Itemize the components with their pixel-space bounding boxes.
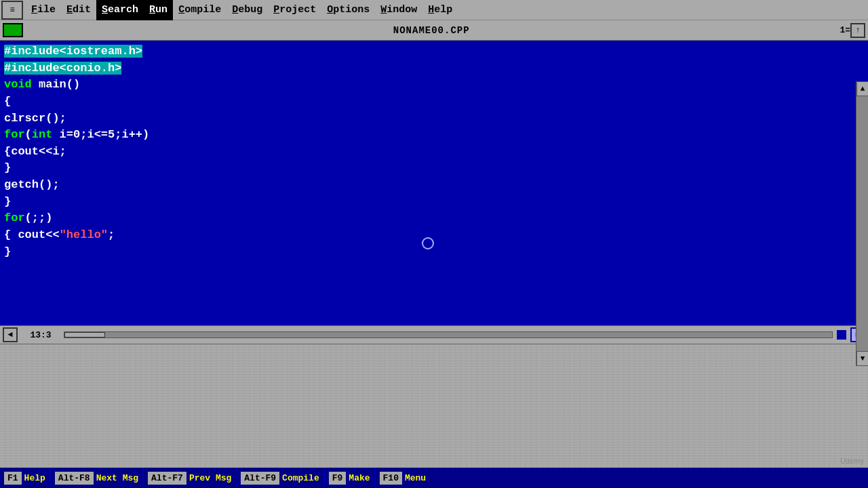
editor-titlebar: ■ NONAME00.CPP 1= ↑: [0, 20, 868, 41]
menu-search[interactable]: Search: [96, 0, 144, 20]
vscroll-down-button[interactable]: ▼: [856, 351, 868, 366]
key-f10: F10: [380, 472, 402, 485]
menu-compile[interactable]: Compile: [173, 0, 226, 20]
hamburger-icon[interactable]: ≡: [1, 1, 23, 20]
hscroll-thumb[interactable]: [64, 332, 105, 338]
menu-debug[interactable]: Debug: [226, 0, 268, 20]
status-bar: F1 Help Alt-F8 Next Msg Alt-F7 Prev Msg …: [0, 468, 868, 488]
code-line-7: {cout<<i;: [4, 144, 864, 161]
output-panel: [0, 344, 868, 474]
label-prev-msg: Prev Msg: [189, 473, 231, 483]
key-alt-f8: Alt-F8: [55, 472, 94, 485]
code-line-13: }: [4, 244, 864, 261]
code-line-2: #include<conio.h>: [4, 60, 864, 77]
editor-icon: ■: [3, 23, 23, 37]
cursor-position: 13:3: [20, 330, 61, 340]
code-line-6: for(int i=0;i<=5;i++): [4, 127, 864, 144]
code-line-5: clrscr();: [4, 110, 864, 127]
code-line-10: }: [4, 194, 864, 211]
line-col-label: 1=: [840, 25, 850, 35]
scroll-up-button[interactable]: ↑: [850, 23, 865, 38]
code-line-3: void main(): [4, 77, 864, 94]
key-f1: F1: [4, 472, 22, 485]
hscroll-track[interactable]: [64, 331, 833, 338]
menu-run[interactable]: Run: [144, 0, 173, 20]
hscroll-left-button[interactable]: ◄: [3, 327, 18, 342]
cursor-indicator: [422, 237, 434, 249]
menu-project[interactable]: Project: [268, 0, 321, 20]
label-help: Help: [24, 473, 45, 483]
label-next-msg: Next Msg: [96, 473, 138, 483]
watermark: Udemy: [840, 457, 864, 465]
menu-help[interactable]: Help: [422, 0, 458, 20]
status-alt-f8[interactable]: Alt-F8 Next Msg: [51, 468, 142, 488]
code-line-9: getch();: [4, 177, 864, 194]
key-alt-f9: Alt-F9: [241, 472, 279, 485]
key-f9: F9: [329, 472, 347, 485]
menu-window[interactable]: Window: [375, 0, 422, 20]
vertical-scrollbar: ▲ ▼: [856, 81, 868, 366]
horizontal-scrollbar: ◄ 13:3 ►: [0, 325, 868, 344]
code-line-1: #include<iostream.h>: [4, 43, 864, 60]
code-editor[interactable]: #include<iostream.h> #include<conio.h> v…: [0, 41, 868, 325]
key-alt-f7: Alt-F7: [148, 472, 186, 485]
code-line-8: }: [4, 160, 864, 177]
status-alt-f9[interactable]: Alt-F9 Compile: [237, 468, 323, 488]
code-line-11: for(;;): [4, 210, 864, 227]
label-make: Make: [349, 473, 370, 483]
code-line-12: { cout<<"hello";: [4, 227, 864, 244]
label-compile: Compile: [282, 473, 319, 483]
label-menu: Menu: [405, 473, 426, 483]
status-f9[interactable]: F9 Make: [325, 468, 374, 488]
menu-bar: ≡ File Edit Search Run Compile Debug Pro…: [0, 0, 868, 20]
editor-filename: NONAME00.CPP: [23, 25, 840, 36]
vscroll-track[interactable]: [856, 96, 868, 351]
hscroll-block: [835, 329, 848, 341]
menu-options[interactable]: Options: [321, 0, 375, 20]
vscroll-up-button[interactable]: ▲: [856, 81, 868, 96]
status-f1[interactable]: F1 Help: [0, 468, 50, 488]
title-right: 1= ↑: [840, 23, 868, 38]
status-f10[interactable]: F10 Menu: [376, 468, 431, 488]
code-line-4: {: [4, 94, 864, 110]
menu-file[interactable]: File: [26, 0, 61, 20]
menu-edit[interactable]: Edit: [61, 0, 96, 20]
status-alt-f7[interactable]: Alt-F7 Prev Msg: [144, 468, 235, 488]
